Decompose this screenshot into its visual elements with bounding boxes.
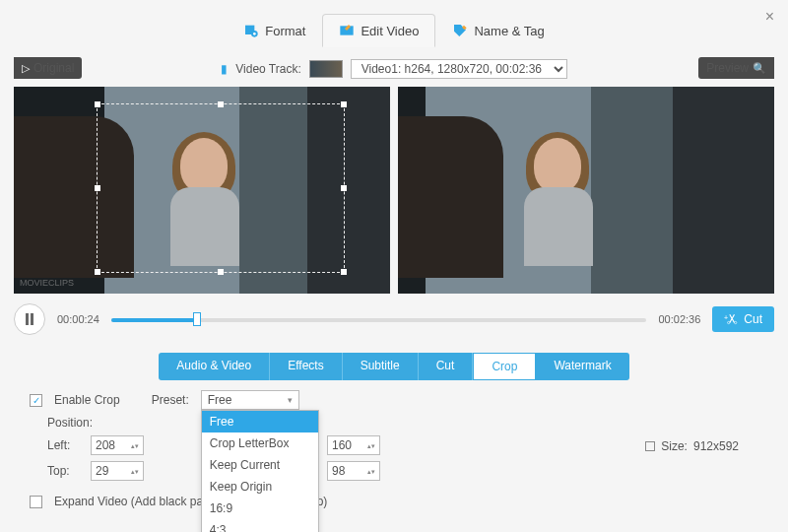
tab-edit-label: Edit Video [361, 24, 419, 38]
subtab-cut[interactable]: Cut [419, 353, 474, 380]
tab-name-label: Name & Tag [474, 24, 544, 38]
top-input[interactable]: 29▴▾ [91, 461, 144, 481]
spinner-icon[interactable]: ▴▾ [367, 468, 375, 475]
spinner-icon[interactable]: ▴▾ [367, 442, 375, 449]
close-icon[interactable]: × [765, 8, 774, 26]
current-time: 00:00:24 [57, 313, 99, 325]
svg-rect-4 [26, 313, 29, 325]
chevron-down-icon: ▾ [288, 395, 293, 405]
crop-handle[interactable] [341, 101, 347, 107]
crop-handle[interactable] [218, 101, 224, 107]
preview-pane [398, 87, 774, 294]
subtab-effects[interactable]: Effects [270, 353, 342, 380]
tab-format[interactable]: Format [227, 14, 322, 47]
top-tabbar: Format Edit Video Name & Tag [0, 14, 788, 47]
preset-option[interactable]: 4:3 [202, 519, 318, 532]
preview-area: MOVIECLIPS [14, 87, 774, 294]
tab-name-tag[interactable]: Name & Tag [435, 14, 560, 47]
track-thumbnail [309, 60, 343, 78]
preset-dropdown: Free Crop LetterBox Keep Current Keep Or… [201, 410, 319, 532]
size-icon [645, 441, 655, 451]
svg-rect-5 [31, 313, 33, 325]
preset-label: Preset: [152, 393, 189, 407]
top-label: Top: [47, 464, 79, 478]
crop-handle[interactable] [341, 185, 347, 191]
tab-format-label: Format [265, 24, 305, 38]
left-input[interactable]: 208▴▾ [91, 435, 144, 455]
expand-video-checkbox[interactable] [30, 496, 42, 508]
subtab-crop[interactable]: Crop [473, 353, 536, 380]
video-track-label: Video Track: [235, 62, 300, 76]
watermark-text: MOVIECLIPS [20, 278, 74, 288]
right-input[interactable]: 160▴▾ [327, 435, 380, 455]
subtab-subtitle[interactable]: Subtitle [343, 353, 419, 380]
preset-option[interactable]: Keep Current [202, 454, 318, 476]
enable-crop-label: Enable Crop [54, 393, 120, 407]
preset-option[interactable]: Crop LetterBox [202, 432, 318, 454]
crop-handle[interactable] [95, 269, 100, 275]
svg-point-8 [735, 321, 737, 323]
bottom-input[interactable]: 98▴▾ [327, 461, 380, 481]
spinner-icon[interactable]: ▴▾ [131, 468, 139, 475]
preset-select[interactable]: Free▾ Free Crop LetterBox Keep Current K… [201, 390, 299, 410]
total-time: 00:02:36 [658, 313, 700, 325]
crop-handle[interactable] [95, 101, 100, 107]
svg-point-7 [728, 321, 730, 323]
crop-handle[interactable] [218, 269, 224, 275]
svg-point-2 [253, 33, 256, 35]
cut-button[interactable]: + Cut [712, 306, 774, 332]
crop-handle[interactable] [95, 185, 100, 191]
enable-crop-checkbox[interactable] [30, 394, 42, 407]
svg-text:+: + [724, 314, 728, 321]
tab-edit-video[interactable]: Edit Video [322, 14, 435, 47]
crop-panel: Enable Crop Preset: Free▾ Free Crop Lett… [30, 390, 758, 508]
original-badge: ▷ Original [14, 57, 82, 79]
subtab-watermark[interactable]: Watermark [536, 353, 628, 380]
playback-controls: 00:00:24 00:02:36 + Cut [14, 303, 774, 335]
play-pause-button[interactable] [14, 303, 45, 335]
preset-option[interactable]: 16:9 [202, 498, 318, 519]
video-track-bar: ▷ Original ▮ Video Track: Video1: h264, … [0, 57, 788, 81]
cut-label: Cut [744, 312, 762, 326]
left-label: Left: [47, 438, 79, 452]
video-track-select[interactable]: Video1: h264, 1280x720, 00:02:36 [351, 59, 567, 79]
seek-slider[interactable] [111, 310, 647, 328]
preset-option[interactable]: Keep Origin [202, 476, 318, 498]
size-readout: Size: 912x592 [645, 439, 739, 453]
subtab-audio-video[interactable]: Audio & Video [159, 353, 270, 380]
edit-subtabs: Audio & Video Effects Subtitle Cut Crop … [0, 353, 788, 380]
original-pane[interactable]: MOVIECLIPS [14, 87, 390, 294]
position-label: Position: [47, 416, 93, 430]
preview-badge: Preview 🔍 [698, 57, 774, 79]
crop-rectangle[interactable] [97, 103, 345, 273]
preset-option[interactable]: Free [202, 411, 318, 432]
crop-handle[interactable] [341, 269, 347, 275]
spinner-icon[interactable]: ▴▾ [131, 442, 139, 449]
